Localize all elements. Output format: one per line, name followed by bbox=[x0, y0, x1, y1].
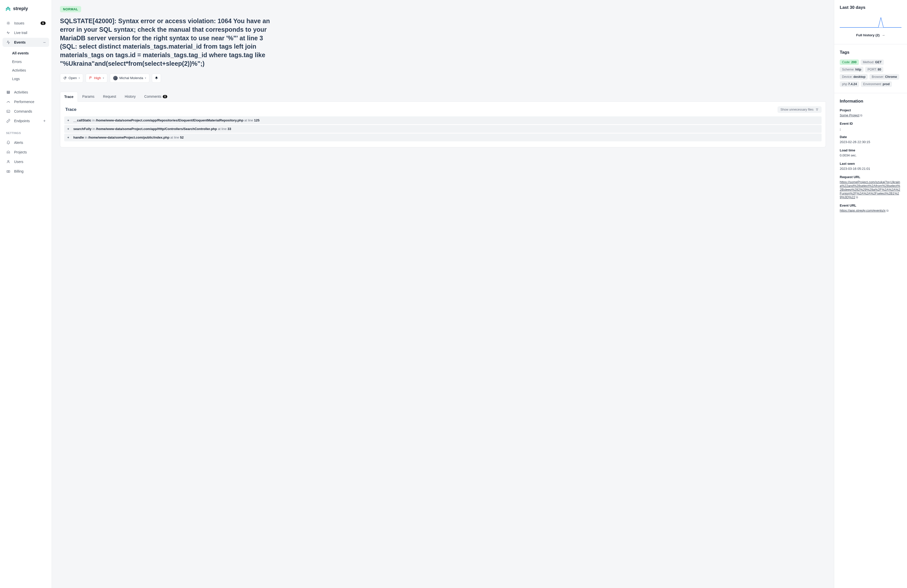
main-content: NORMAL SQLSTATE[42000]: Syntax error or … bbox=[52, 0, 834, 588]
nav-projects[interactable]: Projects bbox=[3, 147, 49, 157]
nav-label: Live trail bbox=[14, 31, 27, 35]
subnav-errors[interactable]: Errors bbox=[8, 58, 52, 66]
svg-point-7 bbox=[8, 171, 9, 172]
info-lastseen-value: 2023-03-16 05:21:01 bbox=[840, 167, 901, 171]
priority-dropdown[interactable]: High ▾ bbox=[86, 74, 107, 83]
expand-icon[interactable]: + bbox=[67, 136, 70, 139]
tab-history[interactable]: History bbox=[121, 92, 140, 101]
tag-chip[interactable]: Scheme: http bbox=[840, 67, 864, 72]
trace-heading: Trace bbox=[64, 107, 76, 112]
nav-label: Events bbox=[14, 40, 26, 44]
nav-commands[interactable]: Commands bbox=[3, 107, 49, 116]
subnav-all-events[interactable]: All events bbox=[8, 49, 52, 58]
notifications-button[interactable] bbox=[152, 74, 161, 83]
info-project-link[interactable]: Some Project bbox=[840, 113, 859, 117]
info-eventid-value[interactable]: - bbox=[840, 127, 841, 130]
tags-title: Tags bbox=[840, 50, 901, 55]
tabs-container: Trace Params Request History Comments 0 … bbox=[60, 92, 826, 147]
arrow-right-icon: → bbox=[881, 33, 885, 37]
svg-rect-6 bbox=[7, 171, 10, 173]
info-evurl-link[interactable]: https://app.streply.com/events/x bbox=[840, 208, 886, 212]
tab-comments[interactable]: Comments 0 bbox=[140, 92, 171, 101]
issues-count-badge: 6 bbox=[40, 21, 46, 25]
logo[interactable]: streply bbox=[0, 4, 52, 17]
pulse-icon bbox=[6, 30, 11, 35]
comments-count: 0 bbox=[163, 95, 167, 98]
nav-label: Projects bbox=[14, 150, 27, 154]
external-link-icon: ⧉ bbox=[886, 209, 889, 212]
plus-icon[interactable]: + bbox=[43, 119, 46, 123]
nav-performance[interactable]: Performence bbox=[3, 97, 49, 106]
event-title: SQLSTATE[42000]: Syntax error or access … bbox=[60, 17, 277, 68]
collapse-icon[interactable]: – bbox=[43, 40, 46, 45]
bell-icon bbox=[155, 76, 158, 80]
svg-point-5 bbox=[8, 160, 9, 162]
trace-panel: Trace Show unnecessary files +__callStat… bbox=[60, 102, 826, 147]
info-title: Information bbox=[840, 99, 901, 104]
link-icon bbox=[6, 119, 11, 123]
trace-row[interactable]: +__callStatic in /home/www-data/someProj… bbox=[64, 116, 822, 124]
info-eventid-label: Event ID bbox=[840, 122, 901, 125]
filter-icon bbox=[816, 108, 819, 111]
filter-unnecessary-files[interactable]: Show unnecessary files bbox=[777, 106, 822, 113]
sidebar: streply Issues 6 Live trail Events – All… bbox=[0, 0, 52, 588]
info-requrl-link[interactable]: https://someProject.com/szukaj?q=Ukraina… bbox=[840, 180, 900, 199]
nav-events[interactable]: Events – bbox=[3, 38, 49, 47]
expand-icon[interactable]: + bbox=[67, 119, 70, 122]
info-date-label: Date bbox=[840, 135, 901, 139]
chevron-down-icon: ▾ bbox=[145, 77, 146, 79]
trace-row[interactable]: +searchFully in /home/www-data/someProje… bbox=[64, 125, 822, 133]
controls-row: Open ▾ High ▾ Michal Molenda ▾ bbox=[60, 74, 826, 83]
tags-list: Code: 200Method: GETScheme: httpPORT: 80… bbox=[840, 59, 901, 87]
bug-icon bbox=[6, 21, 11, 26]
nav-label: Activities bbox=[14, 90, 28, 94]
tag-icon bbox=[63, 76, 67, 80]
nav-label: Issues bbox=[14, 21, 24, 25]
svg-rect-2 bbox=[7, 92, 10, 93]
flag-icon bbox=[89, 76, 92, 80]
subnav-logs[interactable]: Logs bbox=[8, 75, 52, 83]
last30-title: Last 30 days bbox=[840, 5, 901, 10]
nav-activities[interactable]: Activities bbox=[3, 88, 49, 97]
external-link-icon: ⧉ bbox=[856, 195, 858, 199]
full-history-link[interactable]: Full history (2) → bbox=[840, 33, 901, 37]
expand-icon[interactable]: + bbox=[67, 127, 70, 131]
chevron-down-icon: ▾ bbox=[103, 77, 104, 79]
nav-alerts[interactable]: Alerts bbox=[3, 138, 49, 147]
nav-users[interactable]: Users bbox=[3, 157, 49, 166]
bell-icon bbox=[6, 140, 11, 145]
tab-trace[interactable]: Trace bbox=[60, 92, 78, 102]
terminal-icon bbox=[6, 109, 11, 114]
tag-chip[interactable]: Device: desktop bbox=[840, 74, 868, 80]
tag-chip[interactable]: Code: 200 bbox=[840, 59, 859, 65]
trace-row[interactable]: +handle in /home/www-data/someProject.co… bbox=[64, 133, 822, 141]
severity-badge: NORMAL bbox=[60, 6, 81, 12]
nav-issues[interactable]: Issues 6 bbox=[3, 19, 49, 28]
nav-main: Issues 6 Live trail Events – bbox=[0, 17, 52, 49]
tag-chip[interactable]: PORT: 80 bbox=[865, 67, 883, 72]
assignee-dropdown[interactable]: Michal Molenda ▾ bbox=[110, 74, 150, 83]
tag-chip[interactable]: Method: GET bbox=[861, 59, 884, 65]
tabs: Trace Params Request History Comments 0 bbox=[60, 92, 826, 102]
tag-chip[interactable]: Environment: prod bbox=[861, 82, 892, 87]
nav-billing[interactable]: Billing bbox=[3, 167, 49, 176]
status-dropdown[interactable]: Open ▾ bbox=[60, 74, 83, 83]
nav-secondary: Activities Performence Commands Endpoint… bbox=[0, 86, 52, 128]
subnav-activities[interactable]: Activities bbox=[8, 66, 52, 75]
events-subnav: All events Errors Activities Logs bbox=[0, 49, 52, 83]
nav-label: Endpoints bbox=[14, 119, 30, 123]
nav-endpoints[interactable]: Endpoints + bbox=[3, 116, 49, 125]
logo-icon bbox=[5, 6, 11, 11]
nav-live-trail[interactable]: Live trail bbox=[3, 28, 49, 37]
tab-params[interactable]: Params bbox=[79, 92, 98, 101]
tag-chip[interactable]: Browser: Chrome bbox=[869, 74, 899, 80]
nav-settings: Alerts Projects Users Billing bbox=[0, 136, 52, 178]
info-date-value: 2023-02-26 22:30:15 bbox=[840, 140, 901, 144]
tag-chip[interactable]: php 7.4.24 bbox=[840, 82, 859, 87]
activity-icon bbox=[6, 40, 11, 45]
svg-point-8 bbox=[65, 77, 66, 78]
chevron-down-icon: ▾ bbox=[79, 77, 80, 79]
tab-request[interactable]: Request bbox=[99, 92, 120, 101]
gauge-icon bbox=[6, 99, 11, 104]
info-load-label: Load time bbox=[840, 148, 901, 152]
